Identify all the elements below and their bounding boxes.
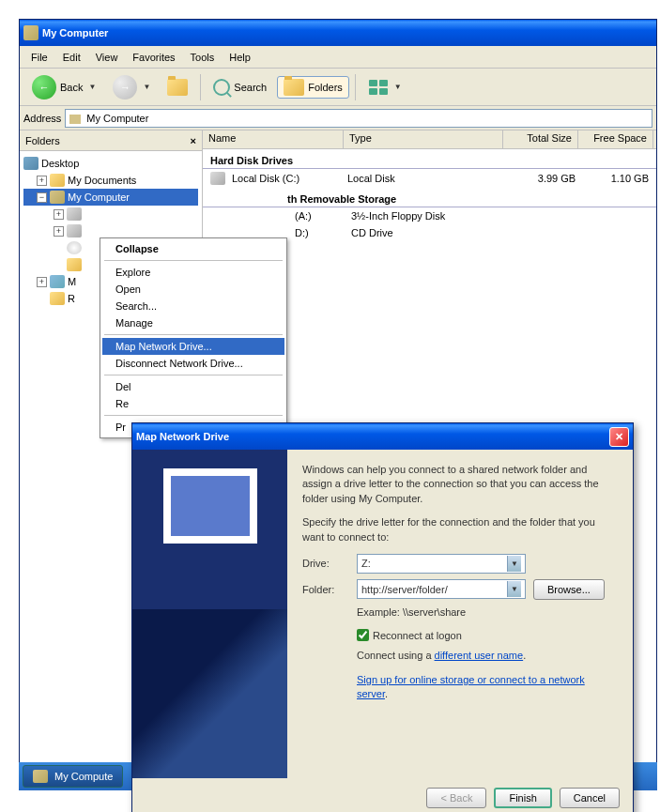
ctx-collapse[interactable]: Collapse [102, 240, 284, 257]
group-removable: th Removable Storage [203, 188, 656, 207]
ctx-search[interactable]: Search... [102, 298, 284, 314]
drive-row-floppy[interactable]: (A:) 3½-Inch Floppy Disk [203, 207, 656, 224]
dialog-buttons: < Back Finish Cancel [132, 778, 633, 812]
separator [104, 260, 283, 261]
chevron-down-icon[interactable]: ▼ [394, 83, 402, 91]
back-arrow-icon: ← [32, 75, 56, 100]
tree-child[interactable]: + [23, 206, 198, 222]
forward-arrow-icon: → [113, 75, 137, 100]
cancel-button[interactable]: Cancel [560, 788, 620, 808]
views-icon [368, 79, 389, 96]
folder-icon [284, 79, 304, 96]
context-menu: Collapse Explore Open Search... Manage M… [100, 237, 287, 438]
ctx-rename[interactable]: Re [102, 395, 284, 412]
tree-documents[interactable]: + My Documents [23, 172, 198, 189]
drive-combo[interactable]: Z: ▼ [357, 554, 526, 574]
menu-edit[interactable]: Edit [55, 50, 88, 65]
ctx-map-drive[interactable]: Map Network Drive... [102, 338, 284, 355]
computer-icon [23, 25, 38, 40]
computer-icon [50, 191, 65, 204]
expand-icon[interactable]: + [37, 176, 47, 186]
browse-button[interactable]: Browse... [533, 579, 605, 600]
folder-up-icon [167, 79, 188, 96]
folder-combo[interactable]: http://server/folder/ ▼ [357, 579, 526, 599]
ctx-open[interactable]: Open [102, 281, 284, 298]
close-icon[interactable]: ✕ [609, 427, 629, 447]
tree-desktop[interactable]: Desktop [23, 155, 198, 172]
chevron-down-icon[interactable]: ▼ [88, 83, 96, 91]
intro-text: Windows can help you connect to a shared… [302, 463, 618, 506]
toolbar: ← Back ▼ → ▼ Search Folders ▼ [20, 69, 656, 106]
dialog-titlebar[interactable]: Map Network Drive ✕ [132, 423, 633, 450]
ctx-disconnect[interactable]: Disconnect Network Drive... [102, 355, 284, 372]
expand-icon[interactable]: + [54, 209, 64, 220]
specify-text: Specify the drive letter for the connect… [302, 515, 618, 544]
menu-help[interactable]: Help [222, 50, 258, 65]
address-bar: Address [20, 106, 656, 130]
forward-button[interactable]: → ▼ [106, 72, 157, 102]
drive-icon [67, 207, 82, 221]
address-input[interactable] [65, 109, 652, 128]
group-hdd: Hard Disk Drives [203, 149, 656, 169]
decoration [132, 609, 287, 778]
folders-header: Folders × [20, 130, 202, 151]
dialog-sidebar [132, 450, 287, 778]
reconnect-row: Reconnect at logon [357, 629, 618, 641]
ctx-explore[interactable]: Explore [102, 264, 284, 281]
menu-tools[interactable]: Tools [183, 50, 223, 65]
col-name[interactable]: Name [203, 130, 344, 148]
up-button[interactable] [161, 76, 194, 99]
separator [104, 334, 283, 335]
network-icon [50, 275, 65, 288]
connect-using-text: Connect using a different user name. [357, 649, 618, 663]
signup-text: Sign up for online storage or connect to… [357, 673, 618, 702]
map-drive-dialog: Map Network Drive ✕ Windows can help you… [131, 422, 634, 812]
ctx-delete[interactable]: Del [102, 378, 284, 395]
dialog-body: Windows can help you connect to a shared… [132, 450, 633, 778]
dialog-main: Windows can help you connect to a shared… [287, 450, 633, 778]
menu-file[interactable]: File [23, 50, 55, 65]
drive-row-local[interactable]: Local Disk (C:) Local Disk 3.99 GB 1.10 … [203, 169, 656, 188]
close-panel-icon[interactable]: × [191, 135, 196, 146]
menubar: File Edit View Favorites Tools Help [20, 46, 656, 69]
task-mycomputer[interactable]: My Compute [23, 765, 123, 788]
hdd-icon [210, 172, 225, 185]
drive-label: Drive: [302, 558, 349, 569]
col-type[interactable]: Type [344, 130, 503, 148]
signup-link[interactable]: Sign up for online storage or connect to… [357, 674, 585, 699]
chevron-down-icon[interactable]: ▼ [507, 581, 521, 597]
reconnect-checkbox[interactable] [357, 629, 369, 641]
address-label: Address [23, 113, 61, 124]
back-button[interactable]: ← Back ▼ [25, 72, 102, 102]
titlebar[interactable]: My Computer [20, 20, 656, 46]
drive-illustration-icon [163, 468, 257, 544]
menu-view[interactable]: View [88, 50, 126, 65]
different-user-link[interactable]: different user name [435, 650, 524, 661]
search-button[interactable]: Search [207, 76, 273, 99]
separator [104, 375, 283, 375]
chevron-down-icon[interactable]: ▼ [143, 83, 150, 91]
window-title: My Computer [42, 27, 108, 38]
recycle-icon [50, 292, 65, 305]
separator [355, 74, 356, 100]
folder-row: Folder: http://server/folder/ ▼ Browse..… [302, 579, 618, 600]
desktop-icon [23, 157, 38, 170]
drive-row: Drive: Z: ▼ [302, 554, 618, 574]
collapse-icon[interactable]: − [37, 192, 47, 203]
col-free[interactable]: Free Space [578, 130, 653, 148]
col-size[interactable]: Total Size [503, 130, 578, 148]
chevron-down-icon[interactable]: ▼ [507, 556, 521, 572]
ctx-manage[interactable]: Manage [102, 314, 284, 331]
computer-icon [33, 770, 48, 783]
views-button[interactable]: ▼ [361, 76, 408, 99]
drive-icon [67, 224, 82, 237]
separator [104, 415, 283, 416]
menu-favorites[interactable]: Favorites [125, 50, 182, 65]
tree-computer[interactable]: − My Computer [23, 189, 198, 206]
finish-button[interactable]: Finish [494, 788, 551, 808]
expand-icon[interactable]: + [37, 277, 47, 287]
expand-icon[interactable]: + [54, 226, 64, 237]
magnifier-icon [213, 79, 230, 96]
folders-button[interactable]: Folders [277, 76, 349, 99]
example-text: Example: \\server\share [357, 605, 618, 620]
